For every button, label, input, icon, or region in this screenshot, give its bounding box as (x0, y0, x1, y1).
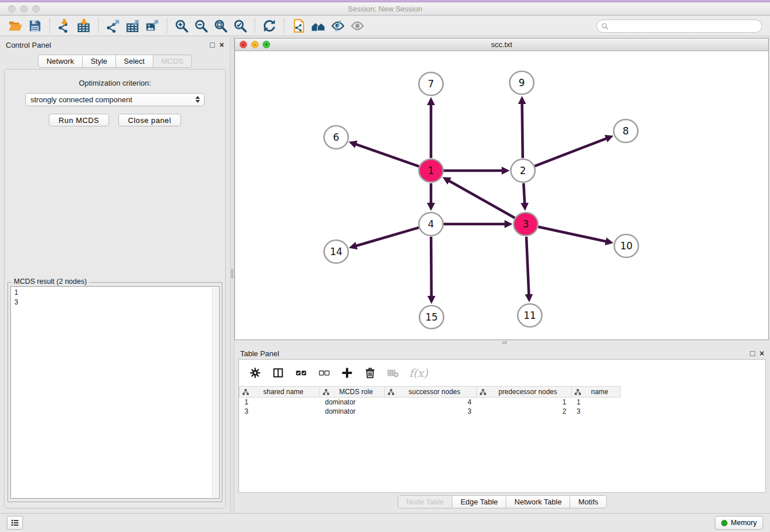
column-header-name[interactable]: name (572, 387, 621, 398)
graph-node-10[interactable]: 10 (614, 234, 638, 257)
tab-node-table[interactable]: Node Table (398, 495, 453, 508)
zoom-in-button[interactable] (172, 17, 191, 34)
column-header-label: shared name (249, 388, 317, 396)
show-hide-graphics-details-icon (330, 18, 345, 33)
column-header-successor-nodes[interactable]: successor nodes (385, 387, 477, 398)
criterion-select[interactable]: strongly connected component (25, 93, 205, 106)
add-column-button[interactable] (340, 366, 354, 380)
table-cell[interactable]: 1 (572, 398, 621, 407)
memory-label: Memory (731, 519, 757, 527)
graph-node-3[interactable]: 3 (514, 213, 538, 236)
home-networks-button[interactable] (309, 17, 328, 34)
close-window-button[interactable] (8, 5, 16, 13)
network-minimize-icon[interactable]: − (251, 41, 259, 48)
graph-node-2[interactable]: 2 (511, 159, 535, 182)
export-table-button[interactable] (123, 17, 143, 34)
tab-select[interactable]: Select (116, 55, 153, 68)
column-header-predecessor-nodes[interactable]: predecessor nodes (477, 387, 572, 398)
open-file-button[interactable] (6, 17, 25, 34)
column-header-MCDS-role[interactable]: MCDS role (320, 387, 385, 398)
edge-4-to-15[interactable] (431, 237, 432, 297)
delete-column-button[interactable] (363, 366, 377, 380)
save-session-button[interactable] (25, 17, 45, 34)
export-network-button[interactable] (103, 17, 123, 34)
task-history-button[interactable] (7, 516, 23, 530)
tab-mcds[interactable]: MCDS (153, 55, 192, 68)
zoom-fit-button[interactable] (211, 17, 230, 34)
edge-4-to-14[interactable] (356, 228, 419, 246)
edge-2-to-3[interactable] (523, 183, 525, 204)
save-session-icon (28, 18, 43, 33)
float-table-panel-icon[interactable]: □ (750, 349, 754, 357)
import-table-button[interactable] (74, 17, 94, 34)
result-scrollbar[interactable] (212, 287, 218, 498)
network-graph[interactable]: 7968124314101511 (235, 51, 768, 340)
table-cell[interactable]: 3 (385, 407, 477, 416)
import-network-button[interactable] (55, 17, 74, 34)
table-cell[interactable]: dominator (320, 398, 385, 407)
table-cell[interactable]: 3 (240, 407, 320, 416)
close-table-panel-icon[interactable]: × (760, 349, 764, 357)
deselect-all-columns-button[interactable] (317, 366, 331, 380)
graph-node-8[interactable]: 8 (614, 119, 638, 142)
zoom-window-button[interactable] (32, 5, 40, 13)
refresh-layout-button[interactable] (260, 17, 279, 34)
new-network-from-file-button[interactable] (289, 17, 309, 34)
minimize-window-button[interactable] (20, 5, 28, 13)
table-cell[interactable]: 2 (477, 407, 572, 416)
memory-button[interactable]: Memory (715, 516, 763, 530)
edge-1-to-6[interactable] (355, 144, 419, 167)
float-panel-icon[interactable]: □ (210, 41, 214, 49)
vertical-split-divider[interactable] (230, 36, 234, 513)
graph-node-9[interactable]: 9 (510, 71, 534, 94)
horizontal-split-grip[interactable] (502, 341, 507, 344)
column-header-shared-name[interactable]: shared name (240, 387, 320, 398)
column-view-button[interactable] (271, 366, 285, 380)
tab-network[interactable]: Network (38, 55, 83, 68)
graph-node-1[interactable]: 1 (419, 159, 443, 182)
edge-3-to-10[interactable] (538, 227, 606, 242)
table-cell[interactable]: 1 (477, 398, 572, 407)
settings-gear-button[interactable] (248, 366, 262, 380)
network-close-icon[interactable]: × (240, 41, 247, 48)
graph-node-14[interactable]: 14 (324, 240, 348, 263)
edge-2-to-9[interactable] (522, 103, 522, 158)
tab-network-table[interactable]: Network Table (506, 495, 570, 508)
app-titlebar: Session: New Session (0, 2, 770, 16)
network-canvas[interactable]: 7968124314101511 (235, 51, 768, 340)
search-input[interactable] (611, 21, 757, 32)
show-hide-graphics-details-button[interactable] (328, 17, 348, 34)
zoom-selected-button[interactable] (230, 17, 250, 34)
select-all-columns-button[interactable] (294, 366, 308, 380)
table-cell[interactable]: 1 (240, 398, 320, 407)
table-cell[interactable]: 4 (385, 398, 477, 407)
tab-style[interactable]: Style (83, 55, 116, 68)
edge-3-to-11[interactable] (526, 237, 529, 295)
node-label: 1 (428, 165, 434, 176)
table-cell[interactable]: 3 (572, 407, 621, 416)
table-cell[interactable]: dominator (320, 407, 385, 416)
table-row[interactable]: 3dominator323 (240, 407, 621, 416)
run-mcds-button[interactable]: Run MCDS (49, 114, 109, 126)
edge-3-to-1[interactable] (448, 180, 514, 218)
close-panel-button[interactable]: Close panel (118, 114, 181, 126)
mcds-result-list[interactable]: 13 (10, 286, 220, 499)
graph-node-11[interactable]: 11 (518, 304, 542, 327)
horizontal-split-divider[interactable] (234, 341, 770, 345)
import-network-icon (57, 18, 72, 33)
close-panel-icon[interactable]: × (220, 41, 224, 49)
graph-node-15[interactable]: 15 (419, 306, 444, 329)
tab-motifs[interactable]: Motifs (570, 495, 607, 508)
export-table-icon (125, 18, 140, 33)
export-image-button[interactable] (143, 17, 162, 34)
table-row[interactable]: 1dominator411 (240, 398, 621, 407)
vertical-split-grip[interactable] (231, 269, 233, 278)
node-label: 3 (523, 218, 529, 230)
tab-edge-table[interactable]: Edge Table (452, 495, 506, 508)
graph-node-4[interactable]: 4 (419, 213, 443, 236)
network-zoom-icon[interactable]: + (263, 41, 270, 48)
edge-2-to-8[interactable] (535, 138, 607, 166)
zoom-out-button[interactable] (191, 17, 211, 34)
graph-node-7[interactable]: 7 (419, 72, 443, 95)
graph-node-6[interactable]: 6 (324, 126, 348, 149)
